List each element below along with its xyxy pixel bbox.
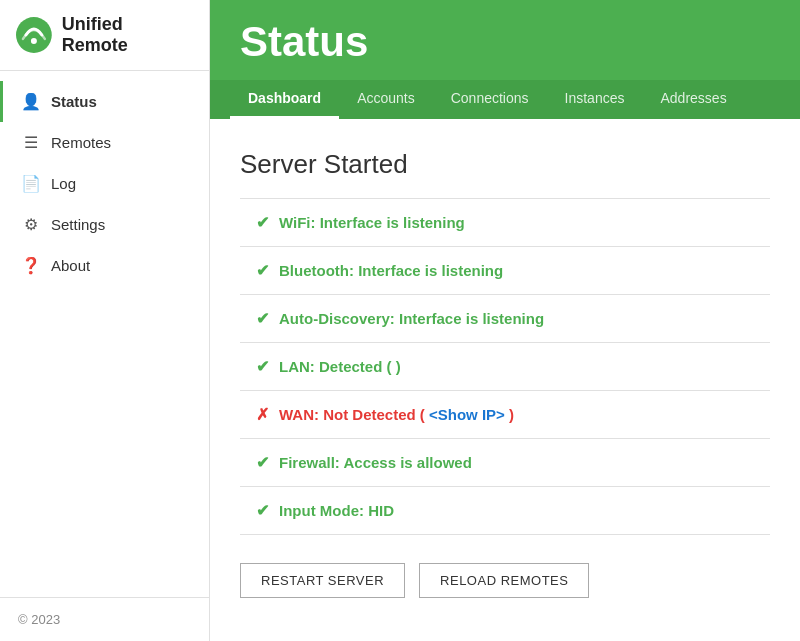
sidebar-item-label-log: Log: [51, 175, 76, 192]
check-icon-inputmode: ✔: [256, 501, 269, 520]
page-title: Status: [240, 18, 368, 65]
settings-icon: ⚙: [21, 215, 41, 234]
action-buttons: RESTART SERVER RELOAD REMOTES: [240, 563, 770, 598]
sidebar-item-label-settings: Settings: [51, 216, 105, 233]
status-text-wan: WAN: Not Detected ( <Show IP> ): [279, 406, 514, 423]
sidebar-item-label-remotes: Remotes: [51, 134, 111, 151]
sidebar-nav: 👤 Status ☰ Remotes 📄 Log ⚙ Settings ❓ Ab…: [0, 71, 209, 597]
sidebar-footer: © 2023: [0, 597, 209, 641]
check-icon-autodiscovery: ✔: [256, 309, 269, 328]
sidebar-app-title: Unified Remote: [62, 14, 193, 56]
tab-dashboard[interactable]: Dashboard: [230, 80, 339, 119]
check-icon-bluetooth: ✔: [256, 261, 269, 280]
about-icon: ❓: [21, 256, 41, 275]
status-item-bluetooth: ✔ Bluetooth: Interface is listening: [240, 247, 770, 295]
status-text-firewall: Firewall: Access is allowed: [279, 454, 472, 471]
unified-remote-logo-icon: [16, 17, 52, 53]
status-text-bluetooth: Bluetooth: Interface is listening: [279, 262, 503, 279]
sidebar-item-log[interactable]: 📄 Log: [0, 163, 209, 204]
check-icon-firewall: ✔: [256, 453, 269, 472]
wan-show-ip-link[interactable]: <Show IP>: [429, 406, 505, 423]
status-item-inputmode: ✔ Input Mode: HID: [240, 487, 770, 535]
sidebar-item-status[interactable]: 👤 Status: [0, 81, 209, 122]
status-item-autodiscovery: ✔ Auto-Discovery: Interface is listening: [240, 295, 770, 343]
log-icon: 📄: [21, 174, 41, 193]
tab-connections[interactable]: Connections: [433, 80, 547, 119]
sidebar-item-about[interactable]: ❓ About: [0, 245, 209, 286]
tab-bar: Dashboard Accounts Connections Instances…: [210, 80, 800, 119]
sidebar: Unified Remote 👤 Status ☰ Remotes 📄 Log …: [0, 0, 210, 641]
main-area: Status Dashboard Accounts Connections In…: [210, 0, 800, 641]
remotes-icon: ☰: [21, 133, 41, 152]
status-text-inputmode: Input Mode: HID: [279, 502, 394, 519]
tab-addresses[interactable]: Addresses: [642, 80, 744, 119]
status-icon: 👤: [21, 92, 41, 111]
section-title: Server Started: [240, 149, 770, 180]
sidebar-item-label-about: About: [51, 257, 90, 274]
check-icon-lan: ✔: [256, 357, 269, 376]
status-text-wifi: WiFi: Interface is listening: [279, 214, 465, 231]
svg-point-0: [16, 17, 52, 53]
status-item-lan: ✔ LAN: Detected ( ): [240, 343, 770, 391]
status-text-lan: LAN: Detected ( ): [279, 358, 401, 375]
sidebar-item-settings[interactable]: ⚙ Settings: [0, 204, 209, 245]
page-header: Status: [210, 0, 800, 80]
reload-remotes-button[interactable]: RELOAD REMOTES: [419, 563, 589, 598]
restart-server-button[interactable]: RESTART SERVER: [240, 563, 405, 598]
status-item-firewall: ✔ Firewall: Access is allowed: [240, 439, 770, 487]
main-content: Server Started ✔ WiFi: Interface is list…: [210, 119, 800, 641]
status-item-wifi: ✔ WiFi: Interface is listening: [240, 199, 770, 247]
check-icon-wifi: ✔: [256, 213, 269, 232]
svg-point-1: [31, 38, 37, 44]
tab-accounts[interactable]: Accounts: [339, 80, 433, 119]
status-item-wan: ✗ WAN: Not Detected ( <Show IP> ): [240, 391, 770, 439]
status-list: ✔ WiFi: Interface is listening ✔ Bluetoo…: [240, 198, 770, 535]
sidebar-item-label-status: Status: [51, 93, 97, 110]
sidebar-item-remotes[interactable]: ☰ Remotes: [0, 122, 209, 163]
sidebar-logo: Unified Remote: [0, 0, 209, 71]
tab-instances[interactable]: Instances: [547, 80, 643, 119]
status-text-autodiscovery: Auto-Discovery: Interface is listening: [279, 310, 544, 327]
cross-icon-wan: ✗: [256, 405, 269, 424]
